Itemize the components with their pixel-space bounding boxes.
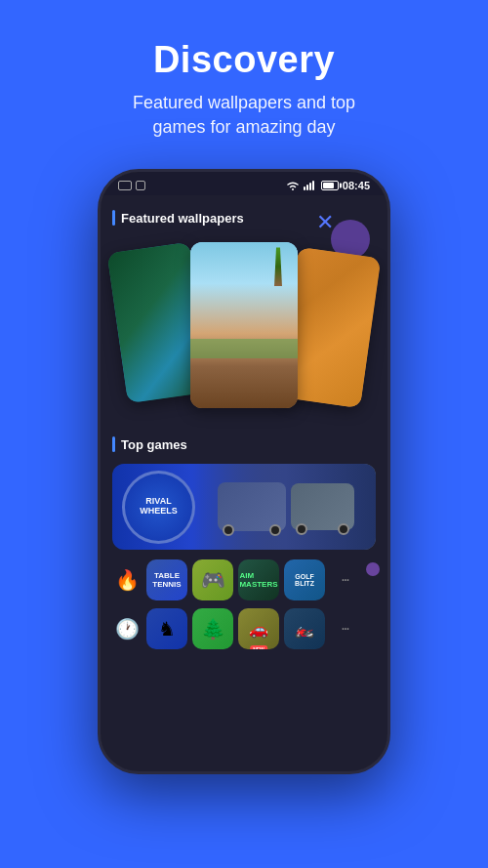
page-subtitle: Featured wallpapers and topgames for ama… (133, 91, 355, 140)
featured-wallpapers-title: Featured wallpapers (121, 211, 244, 226)
wheel-4 (338, 523, 349, 535)
more-games-icon-2[interactable]: ··· (330, 614, 359, 643)
phone-mockup: 08:45 ✕ Featured wallpapers (98, 169, 390, 774)
page-title: Discovery (133, 39, 355, 81)
game-table-tennis[interactable]: TABLETENNIS (146, 559, 187, 600)
wheel-1 (223, 524, 234, 536)
phone-screen: ✕ Featured wallpapers (101, 195, 387, 771)
games-banner[interactable]: RIVAL WHEELS (112, 464, 376, 550)
beach-wallpaper (190, 242, 298, 408)
section-accent (112, 210, 115, 226)
bike-1 (218, 482, 286, 531)
phone-frame: 08:45 ✕ Featured wallpapers (98, 169, 390, 774)
game-bikes-visual (195, 464, 376, 550)
fire-icon: 🔥 (112, 565, 142, 595)
wallpaper-card-center[interactable] (190, 242, 298, 408)
game-moto[interactable]: 🏍️ (284, 608, 325, 649)
top-games-title: Top games (121, 437, 187, 452)
bike-2 (291, 483, 354, 530)
game-golf-blitz[interactable]: GOLFBLITZ (284, 559, 325, 600)
photo-icon (136, 181, 145, 190)
game-icons-row-2: 🕐 ♞ 🌲 🚗 NEW (112, 608, 376, 649)
section-accent-2 (112, 436, 115, 452)
top-games-header: Top games (112, 436, 376, 452)
game-battle[interactable]: 🎮 (192, 559, 233, 600)
game-tactical[interactable]: 🚗 NEW (238, 608, 279, 649)
game-stacker[interactable]: 🌲 (192, 608, 233, 649)
status-time: 08:45 (343, 180, 370, 191)
game-knight[interactable]: ♞ (146, 608, 187, 649)
wifi-icon (286, 180, 300, 191)
game-aim-masters[interactable]: AIMMASTERS (238, 559, 279, 600)
status-bar-left (118, 181, 145, 190)
deco-circle-small (366, 562, 380, 576)
status-bar: 08:45 (101, 172, 387, 195)
palm-tree (268, 247, 288, 286)
more-games-icon-1[interactable]: ··· (330, 565, 359, 595)
rival-wheels-text: RIVAL WHEELS (140, 497, 178, 517)
featured-wallpapers-header: Featured wallpapers (112, 210, 376, 226)
game-icons-row-1: 🔥 TABLETENNIS 🎮 AIMMASTERS GOLFBLITZ ··· (112, 559, 376, 600)
status-bar-right: 08:45 (286, 180, 370, 191)
header: Discovery Featured wallpapers and topgam… (94, 0, 394, 159)
rival-wheels-logo: RIVAL WHEELS (122, 471, 195, 544)
signal-icon (304, 181, 317, 190)
battery-icon (321, 181, 339, 190)
wheel-2 (269, 524, 281, 536)
clock-icon: 🕐 (112, 614, 142, 643)
wallpaper-stack (112, 237, 376, 423)
new-badge: NEW (250, 645, 267, 649)
wheel-3 (296, 523, 307, 535)
email-icon (118, 181, 132, 190)
